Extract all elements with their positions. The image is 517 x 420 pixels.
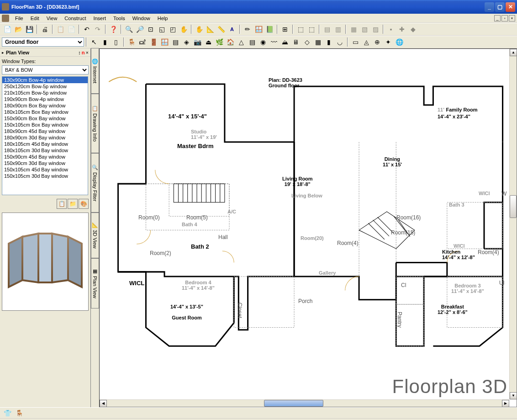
window-types-list[interactable]: 130x90cm Bow-4p window 250x120cm Bow-5p … — [2, 76, 88, 195]
panel-close-icon[interactable]: × — [86, 50, 89, 55]
scroll-h-thumb[interactable] — [264, 400, 323, 407]
pan-button[interactable]: ✋ — [179, 24, 189, 34]
print-button[interactable]: 🖨 — [40, 24, 50, 34]
measure-button[interactable]: 📐 — [205, 24, 215, 34]
schedule-button[interactable]: 📗 — [264, 24, 274, 34]
doc-close-button[interactable]: × — [509, 15, 515, 21]
furniture5-button[interactable]: ▤ — [170, 37, 180, 47]
zoom-drawing-button[interactable]: ⊡ — [146, 24, 156, 34]
new-button[interactable]: 📄 — [2, 24, 12, 34]
wall-tool-button[interactable]: ▮ — [100, 37, 110, 47]
ruler-button[interactable]: 📏 — [216, 24, 226, 34]
scroll-right-button[interactable]: ▶ — [502, 400, 509, 407]
canvas-area[interactable]: Plan: DD-3623 Ground floor 14'-4" x 15'-… — [99, 48, 517, 407]
house-button[interactable]: 🏠 — [225, 37, 235, 47]
tool-wear[interactable]: 👕 — [3, 409, 12, 417]
snap2-button[interactable]: ⬚ — [306, 24, 317, 34]
list-item[interactable]: 150x105cm 30d Bay window — [2, 173, 88, 179]
menu-window[interactable]: Window — [129, 15, 154, 22]
path-button[interactable]: 〰 — [269, 37, 279, 47]
list-item[interactable]: 150x90cm 45d Bay window — [2, 154, 88, 160]
floor-selector[interactable]: Ground floor — [2, 37, 84, 47]
minimize-button[interactable]: _ — [485, 2, 494, 12]
list-item[interactable]: 150x90cm 30d Bay window — [2, 160, 88, 166]
pin-icon[interactable]: ↕ — [78, 50, 81, 55]
undo-button[interactable]: ↶ — [82, 24, 92, 34]
compass-icon[interactable]: n — [82, 50, 85, 55]
align-center-button[interactable]: ▥ — [333, 24, 343, 34]
screen-button[interactable]: 🖥 — [291, 37, 301, 47]
align-top-button[interactable]: ▦ — [348, 24, 359, 34]
list-item[interactable]: 180x105cm 30d Bay window — [2, 147, 88, 154]
room-tool-button[interactable]: ▯ — [111, 37, 121, 47]
pointer-button[interactable]: ↖ — [89, 37, 99, 47]
zoom-in-button[interactable]: 🔍 — [124, 24, 134, 34]
panel-collapse-icon[interactable]: ▸ — [2, 50, 4, 55]
save-button[interactable]: 💾 — [24, 24, 34, 34]
list-item[interactable]: 180x105cm Box Bay window — [2, 109, 88, 115]
scroll-v-thumb[interactable] — [510, 195, 517, 218]
close-button[interactable]: ✕ — [506, 2, 515, 12]
zoom-previous-button[interactable]: ◰ — [168, 24, 178, 34]
furniture1-button[interactable]: 🪑 — [127, 37, 137, 47]
camera-button[interactable]: 📷 — [192, 37, 202, 47]
zoom-window-button[interactable]: ◱ — [157, 24, 167, 34]
scroll-down-button[interactable]: ▼ — [510, 392, 517, 399]
list-item[interactable]: 150x90cm Box Bay window — [2, 115, 88, 122]
window-type-selector[interactable]: BAY & BOW — [2, 65, 89, 74]
panel-btn3[interactable]: 🎨 — [79, 199, 89, 209]
view3-button[interactable]: ⊕ — [372, 37, 382, 47]
deco1-button[interactable]: ◉ — [258, 37, 268, 47]
terrain-button[interactable]: ⛰ — [280, 37, 290, 47]
panel-btn2[interactable]: 📁 — [68, 199, 78, 209]
view1-button[interactable]: ▭ — [350, 37, 360, 47]
distribute-h-button[interactable]: ▪ — [386, 24, 396, 34]
tab-plan-view[interactable]: ▦Plan View — [91, 258, 99, 308]
align-middle-button[interactable]: ▧ — [359, 24, 369, 34]
scroll-left-button[interactable]: ◀ — [100, 400, 107, 407]
snap1-button[interactable]: ⬚ — [295, 24, 306, 34]
list-item[interactable]: 190x90cm Bow-4p window — [2, 96, 88, 102]
shape-button[interactable]: ◇ — [302, 37, 312, 47]
list-item[interactable]: 150x105cm 45d Bay window — [2, 166, 88, 173]
list-item[interactable]: 150x105cm Box Bay window — [2, 122, 88, 128]
plant-button[interactable]: 🌿 — [214, 37, 224, 47]
furniture3-button[interactable]: 🚪 — [148, 37, 158, 47]
curve-button[interactable]: ◡ — [335, 37, 345, 47]
list-item[interactable]: 180x105cm 45d Bay window — [2, 141, 88, 147]
tab-3d-view[interactable]: 📐3D View — [91, 213, 99, 258]
menu-view[interactable]: View — [43, 15, 61, 22]
text-tool-button[interactable]: A — [227, 24, 237, 34]
align-left-button[interactable]: ▤ — [322, 24, 332, 34]
paste-button[interactable]: 📄 — [66, 24, 76, 34]
list-item[interactable]: 180x90cm 30d Bay window — [2, 134, 88, 141]
marker-button[interactable]: ✏ — [243, 24, 253, 34]
tripod-button[interactable]: ⏏ — [203, 37, 213, 47]
menu-insert[interactable]: Insert — [90, 15, 110, 22]
help-button[interactable]: ❓ — [108, 24, 118, 34]
panel-btn1[interactable]: 📋 — [57, 199, 67, 209]
doc-restore-button[interactable]: ▫ — [501, 15, 508, 21]
list-item[interactable]: 180x90cm Box Bay window — [2, 102, 88, 109]
stairs-button[interactable]: ▤ — [247, 37, 257, 47]
list-item[interactable]: 130x90cm Bow-4p window — [2, 77, 88, 83]
furniture2-button[interactable]: 🛋 — [137, 37, 148, 47]
furniture6-button[interactable]: ◈ — [181, 37, 191, 47]
menu-file[interactable]: File — [11, 15, 27, 22]
vertical-scrollbar[interactable]: ▲ ▼ — [509, 49, 517, 399]
menu-edit[interactable]: Edit — [27, 15, 43, 22]
globe-button[interactable]: 🌐 — [394, 37, 404, 47]
window-button[interactable]: 🪟 — [253, 24, 264, 34]
last-button[interactable]: ◆ — [408, 24, 418, 34]
redo-button[interactable]: ↷ — [93, 24, 103, 34]
copy-button[interactable]: 📋 — [55, 24, 65, 34]
zoom-out-button[interactable]: 🔎 — [135, 24, 145, 34]
doc-minimize-button[interactable]: _ — [494, 15, 501, 21]
fence-button[interactable]: ▦ — [313, 37, 323, 47]
hedge-button[interactable]: ▮ — [324, 37, 334, 47]
view4-button[interactable]: ✦ — [383, 37, 393, 47]
tool-furniture[interactable]: 🪑 — [15, 409, 24, 417]
list-item[interactable]: 180x90cm 45d Bay window — [2, 128, 88, 134]
furniture4-button[interactable]: 🪟 — [159, 37, 169, 47]
align-bottom-button[interactable]: ▨ — [370, 24, 380, 34]
